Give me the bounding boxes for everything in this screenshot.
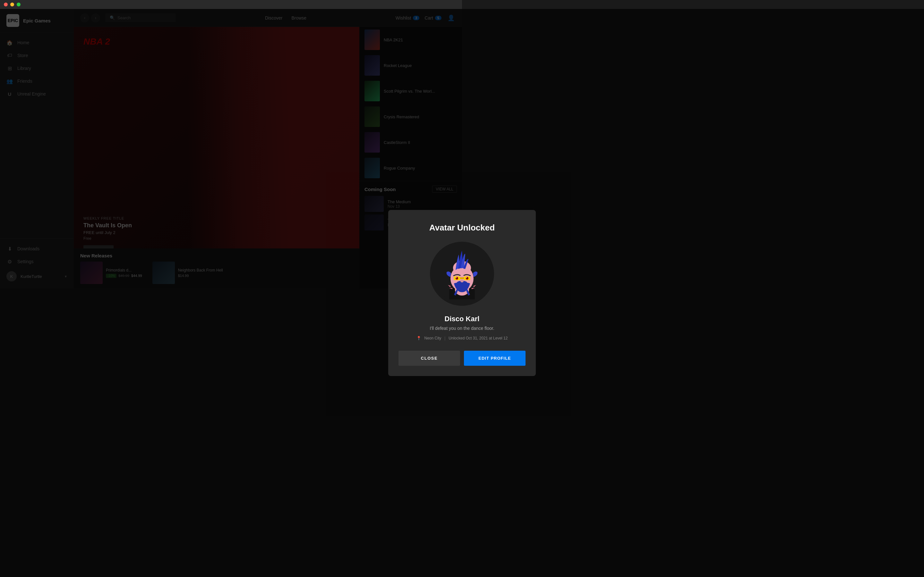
- avatar-unlocked-modal: Avatar Unlocked: [388, 210, 462, 288]
- svg-point-11: [456, 277, 457, 278]
- svg-rect-8: [460, 277, 462, 279]
- modal-title: Avatar Unlocked: [429, 223, 462, 233]
- title-bar: [0, 0, 462, 9]
- avatar-image: [430, 242, 462, 288]
- minimize-window-button[interactable]: [10, 3, 14, 6]
- close-window-button[interactable]: [4, 3, 8, 6]
- maximize-window-button[interactable]: [17, 3, 21, 6]
- avatar-svg: [436, 248, 462, 288]
- modal-overlay[interactable]: Avatar Unlocked: [0, 9, 462, 288]
